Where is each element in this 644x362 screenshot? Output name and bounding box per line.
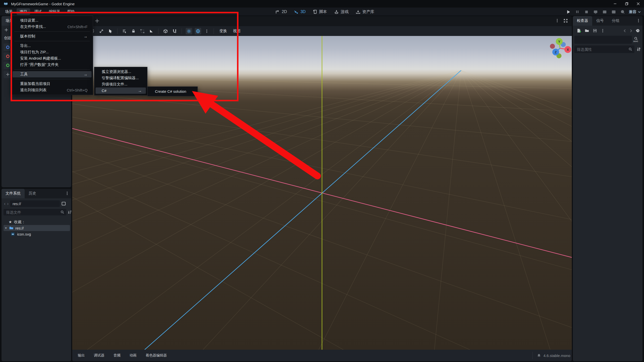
- resource-options-icon[interactable]: [601, 29, 605, 33]
- save-resource-icon[interactable]: [593, 28, 597, 33]
- split-view-icon[interactable]: [61, 201, 66, 206]
- property-tools-icon[interactable]: [636, 47, 641, 52]
- play-custom-scene-button[interactable]: [602, 10, 607, 14]
- viewport-menu-icon[interactable]: [555, 19, 559, 23]
- inspector-dock: 检查器信号分组 DOC: [573, 16, 642, 361]
- restore-button[interactable]: [621, 0, 632, 8]
- godot-file-icon: [11, 232, 15, 236]
- star-icon: ★: [9, 220, 12, 224]
- ring-green-icon: [6, 63, 10, 68]
- tab-signals[interactable]: 信号: [592, 16, 608, 26]
- path-input[interactable]: [10, 200, 60, 207]
- filter-properties-input[interactable]: [574, 46, 634, 53]
- nav-back-icon[interactable]: ‹: [4, 201, 6, 206]
- window-title: MyGFrameworkGame - Godot Engine: [11, 2, 75, 6]
- bottom-tab-animation[interactable]: 动画: [126, 352, 140, 359]
- workspace-3d[interactable]: 3D: [294, 10, 305, 14]
- notification-bell-icon[interactable]: [537, 353, 541, 358]
- history-back-icon[interactable]: [623, 29, 627, 33]
- workspace-script-label: 脚本: [319, 9, 327, 15]
- load-resource-icon[interactable]: [585, 28, 589, 33]
- workspace-3d-label: 3D: [300, 10, 305, 14]
- dock-options-icon[interactable]: [65, 191, 69, 195]
- search-docs-icon[interactable]: DOC: [633, 37, 638, 42]
- run-controls: 兼容: [566, 8, 641, 16]
- bottom-tab-shader-editor[interactable]: 着色器编辑器: [142, 352, 170, 359]
- pause-button[interactable]: [575, 10, 580, 14]
- tree-item-file-icon-svg[interactable]: icon.svg: [2, 231, 71, 237]
- ring-red-icon: [6, 54, 10, 59]
- divider: [532, 352, 533, 359]
- dock-options-icon[interactable]: [636, 19, 640, 23]
- nav-forward-icon[interactable]: ›: [7, 201, 9, 206]
- play-scene-button[interactable]: [593, 10, 598, 14]
- axis-gizmo[interactable]: YXZ: [546, 36, 572, 63]
- folder-icon: [9, 226, 14, 230]
- titlebar: MyGFrameworkGame - Godot Engine: [0, 0, 644, 8]
- workspace-switcher: 2D3D脚本游戏资产库: [275, 8, 374, 16]
- tree-item-label: icon.svg: [17, 232, 31, 236]
- tab-filesystem[interactable]: 文件系统: [2, 189, 25, 198]
- tree-item-label: res://: [15, 226, 24, 230]
- workspace-2d-label: 2D: [282, 10, 287, 14]
- version-label: 4.6.stable.mono: [543, 353, 570, 358]
- bottom-panel-bar: 输出调试器音频动画着色器编辑器 4.6.stable.mono: [72, 350, 572, 361]
- icon-2d-icon: [275, 10, 280, 14]
- chevron-down-icon[interactable]: ▼: [5, 227, 7, 230]
- bottom-tab-audio[interactable]: 音频: [110, 352, 124, 359]
- godot-logo-icon: [3, 1, 9, 7]
- bottom-tab-debugger[interactable]: 调试器: [90, 352, 108, 359]
- minimize-button[interactable]: [609, 0, 621, 8]
- favorites-header: ★收藏：: [2, 219, 71, 225]
- workspace-game[interactable]: 游戏: [334, 9, 349, 15]
- close-button[interactable]: [632, 0, 644, 8]
- icon-game-icon: [334, 10, 339, 14]
- expand-viewport-icon[interactable]: [564, 19, 568, 23]
- search-icon: [60, 210, 64, 214]
- filter-files-input[interactable]: [4, 209, 66, 215]
- renderer-label: 兼容: [629, 10, 636, 14]
- ring-blue-icon: [6, 45, 10, 50]
- sort-files-icon[interactable]: [68, 210, 72, 214]
- annotation-rectangle: [11, 12, 238, 101]
- renderer-select[interactable]: 兼容: [629, 10, 641, 14]
- play-button[interactable]: [566, 10, 571, 14]
- svg-text:X: X: [567, 48, 569, 52]
- search-icon: [628, 47, 632, 51]
- plus-icon: [6, 72, 10, 77]
- svg-text:Y: Y: [558, 40, 560, 43]
- new-resource-icon[interactable]: [577, 28, 581, 33]
- tree-item-folder-res[interactable]: ▼res://: [4, 225, 70, 231]
- node-selector[interactable]: [574, 36, 632, 44]
- history-forward-icon[interactable]: [629, 29, 633, 33]
- tab-history[interactable]: 历史: [25, 189, 40, 198]
- icon-3d-icon: [294, 10, 299, 14]
- movie-reel-button[interactable]: [620, 10, 625, 14]
- workspace-2d[interactable]: 2D: [275, 10, 287, 14]
- favorites-label: 收藏：: [14, 220, 25, 224]
- tab-inspector[interactable]: 检查器: [573, 16, 592, 26]
- tab-groups[interactable]: 分组: [608, 16, 623, 26]
- workspace-game-label: 游戏: [341, 9, 349, 15]
- icon-script-icon: [313, 10, 317, 14]
- icon-assets-icon: [356, 10, 360, 14]
- workspace-script[interactable]: 脚本: [313, 9, 327, 15]
- movie-maker-button[interactable]: [611, 10, 616, 14]
- workspace-asset-library[interactable]: 资产库: [356, 9, 374, 15]
- stop-button[interactable]: [584, 10, 589, 14]
- bottom-tab-output[interactable]: 输出: [74, 352, 88, 359]
- history-list-icon[interactable]: [635, 28, 640, 33]
- filesystem-dock: 文件系统历史 ‹ › ★收藏：▼res://icon.svg: [2, 189, 71, 361]
- workspace-asset-library-label: 资产库: [362, 9, 374, 15]
- add-node-button[interactable]: [4, 28, 9, 32]
- svg-text:Z: Z: [555, 50, 557, 54]
